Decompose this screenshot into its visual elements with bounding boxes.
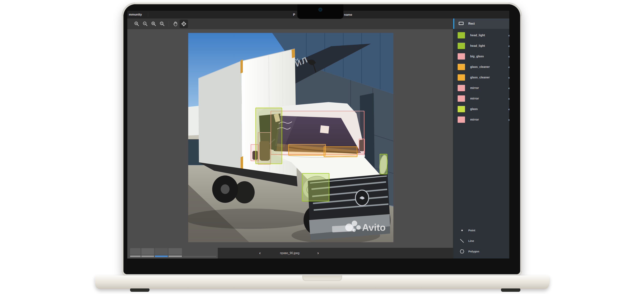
laptop-bezel: mmunity P name [124,4,520,274]
chevron-left-icon[interactable]: ‹ [508,96,509,101]
label-color-swatch [458,85,465,91]
label-name: mirror [470,86,479,90]
label-color-swatch [458,116,465,123]
point-icon [458,228,466,233]
zoom-reset-button[interactable] [150,20,158,28]
zoom-selection-icon [160,21,165,27]
filmstrip-thumbnail[interactable] [168,248,182,255]
label-name: head_light [470,34,485,37]
laptop-lid: mmunity P name [122,3,522,276]
tool-line[interactable]: Line [453,236,509,246]
window-title-right: name [344,11,352,19]
sidebar: Rect head_light ‹ head_light ‹ [453,19,509,258]
next-image-button[interactable]: › [318,248,319,258]
chevron-left-icon[interactable]: ‹ [508,32,509,38]
page: mmunity P name [0,0,644,294]
label-row-glass-cleaner[interactable]: glass_cleaner ‹ [453,62,509,72]
label-color-swatch [458,95,465,102]
annotation-box-glass[interactable] [256,108,282,164]
label-row-glass-cleaner[interactable]: glass_cleaner ‹ [453,72,509,83]
current-filename: право_90.jpeg [265,248,314,258]
chevron-left-icon[interactable]: ‹ [508,117,509,122]
label-row-mirror[interactable]: mirror ‹ [453,114,509,125]
app-screen: mmunity P name [127,11,509,258]
label-row-glass[interactable]: glass ‹ [453,104,509,114]
tool-point[interactable]: Point [453,225,509,236]
tool-label: Line [468,239,474,242]
active-tool-accent [453,19,454,29]
label-color-swatch [458,32,465,39]
annotated-photo[interactable]: АВТОРИТЭЙЛ [188,33,394,242]
label-name: glass [470,107,478,111]
window-title-left: P [293,11,295,19]
zoom-in-button[interactable] [132,20,141,28]
zoom-selection-button[interactable] [158,20,166,28]
label-row-head-light[interactable]: head_light ‹ [453,41,509,51]
label-color-swatch [458,43,465,49]
filmstrip-indicator-active [155,255,168,257]
laptop-foot [130,288,150,292]
shape-tool-label: Rect [468,19,475,29]
label-name: mirror [470,118,479,121]
label-list: head_light ‹ head_light ‹ big_glass ‹ [453,30,509,125]
shape-tools: Point Line Polygon [453,225,509,257]
line-icon [458,238,466,244]
tool-label: Polygon [468,250,479,253]
annotation-box-head-light[interactable] [380,154,387,174]
filmstrip-indicator [130,255,140,257]
filmstrip-indicator [141,255,154,257]
shape-tool-rect[interactable]: Rect [453,19,509,29]
filmstrip [127,248,218,258]
zoom-in-icon [134,21,140,27]
chevron-left-icon[interactable]: ‹ [508,43,509,49]
filmstrip-thumbnail[interactable] [141,248,154,255]
chevron-left-icon[interactable]: ‹ [508,85,509,91]
label-color-swatch [458,74,465,81]
laptop-foot [501,288,520,292]
menubar-divider [148,12,148,17]
pan-hand-button[interactable] [171,20,180,28]
label-name: head_light [470,44,485,48]
label-color-swatch [458,64,465,70]
annotation-box-head-light[interactable] [302,173,330,201]
crosshair-icon [181,21,187,27]
camera-notch [297,4,344,19]
locate-crosshair-button[interactable] [180,20,188,28]
zoom-reset-icon [151,21,156,27]
menu-item-community[interactable]: mmunity [129,11,142,19]
webcam-icon [318,8,322,12]
label-row-mirror[interactable]: mirror ‹ [453,83,509,93]
filmstrip-track [183,256,216,257]
chevron-left-icon[interactable]: ‹ [508,75,509,80]
label-name: big_glass [470,55,484,58]
filmstrip-thumbnail[interactable] [130,248,140,255]
chevron-left-icon[interactable]: ‹ [508,64,509,70]
prev-image-button[interactable]: ‹ [259,248,260,258]
zoom-out-icon [142,21,148,27]
image-nav-bar: ‹ право_90.jpeg › [218,248,453,258]
annotation-box-glass-cleaner[interactable] [288,144,326,156]
chevron-left-icon[interactable]: ‹ [508,106,509,112]
tool-polygon[interactable]: Polygon [453,246,509,257]
hand-icon [172,21,178,27]
laptop-base [95,275,549,289]
filmstrip-thumbnail[interactable] [155,248,168,255]
toolbar [127,19,453,29]
zoom-out-button[interactable] [141,20,150,28]
annotation-box-mirror[interactable] [359,139,365,154]
label-color-swatch [458,53,465,60]
tool-label: Point [468,229,475,232]
label-color-swatch [458,106,465,112]
label-row-head-light[interactable]: head_light ‹ [453,30,509,41]
image-canvas: АВТОРИТЭЙЛ [127,29,453,258]
label-name: mirror [470,97,479,100]
annotation-box-glass-cleaner[interactable] [324,146,358,157]
laptop-base-notch [302,275,342,281]
chevron-left-icon[interactable]: ‹ [508,53,509,59]
label-name: glass_cleaner [470,65,490,69]
label-row-big-glass[interactable]: big_glass ‹ [453,51,509,62]
polygon-icon [458,249,466,254]
rect-icon [459,22,464,25]
filmstrip-indicator [168,255,182,257]
label-row-mirror[interactable]: mirror ‹ [453,93,509,104]
